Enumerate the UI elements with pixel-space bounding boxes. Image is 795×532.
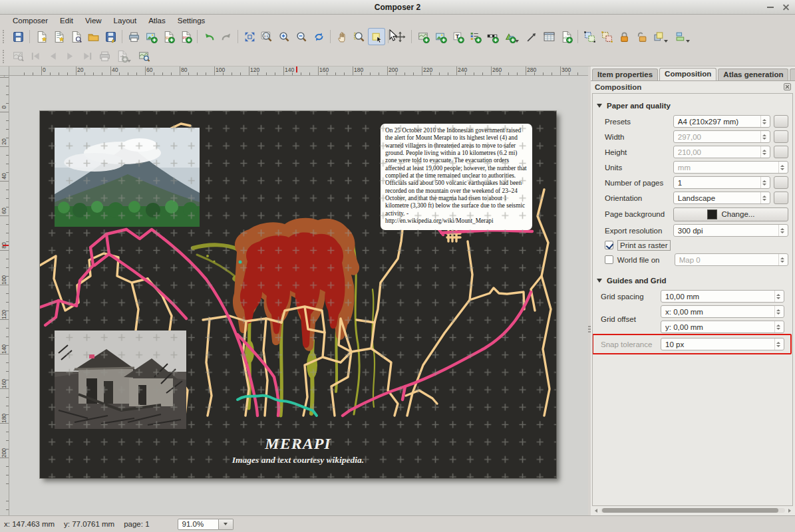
title-bar[interactable]: Composer 2	[0, 0, 795, 15]
data-defined-button[interactable]	[774, 146, 788, 158]
menu-layout[interactable]: Layout	[108, 16, 143, 25]
export-as-pdf-icon[interactable]: PDF	[177, 28, 194, 45]
align-selected-items-icon[interactable]	[672, 28, 689, 45]
save-project-icon[interactable]	[9, 28, 27, 45]
zoom-actual-size-icon[interactable]: 1:1	[258, 28, 275, 45]
print-as-raster-checkbox[interactable]	[605, 241, 613, 249]
tab-item-properties[interactable]: Item properties	[592, 68, 658, 80]
spinner-arrows[interactable]	[778, 254, 786, 265]
scroll-right-icon[interactable]	[786, 507, 792, 513]
section-paper-and-quality[interactable]: Paper and quality	[597, 98, 788, 114]
refresh-view-icon[interactable]	[310, 28, 327, 45]
zoom-full-icon[interactable]	[241, 28, 258, 45]
units-combo[interactable]: mm	[673, 161, 788, 174]
zoom-region-icon[interactable]	[351, 28, 368, 45]
add-basic-shape-icon[interactable]	[501, 28, 518, 45]
world-file-map-combo[interactable]: Map 0	[675, 253, 788, 266]
data-defined-button[interactable]	[774, 192, 788, 204]
dock-close-icon[interactable]	[784, 83, 791, 90]
menu-settings[interactable]: Settings	[172, 16, 212, 25]
close-icon[interactable]	[782, 3, 791, 12]
snap-tolerance-spinbox[interactable]: 10 px	[661, 338, 784, 350]
add-html-frame-icon[interactable]: </>	[557, 28, 575, 45]
add-new-label-icon[interactable]: T	[449, 28, 466, 45]
load-from-template-icon[interactable]	[84, 28, 102, 45]
menu-composer[interactable]: Composer	[7, 16, 54, 25]
export-resolution-spinbox[interactable]: 300 dpi	[673, 224, 788, 237]
data-defined-button[interactable]	[774, 115, 788, 128]
toolbar-handle[interactable]	[3, 30, 7, 43]
grid-offset-x-spinbox[interactable]: x: 0,00 mm	[661, 305, 784, 318]
composer-manager-icon[interactable]	[67, 28, 84, 45]
spinner-arrows[interactable]	[760, 116, 768, 127]
tab-items[interactable]: Items	[790, 68, 795, 80]
menu-atlas[interactable]: Atlas	[142, 16, 172, 25]
width-spinbox[interactable]: 297,00	[673, 130, 770, 143]
orientation-combo[interactable]: Landscape	[673, 192, 770, 204]
unlock-all-icon[interactable]	[633, 28, 650, 45]
zoom-dropdown-icon[interactable]	[219, 519, 234, 530]
zoom-combo[interactable]: 91.0%	[178, 519, 234, 530]
minimize-icon[interactable]	[766, 3, 775, 12]
add-new-scalebar-icon[interactable]	[484, 28, 501, 45]
data-defined-button[interactable]	[774, 130, 788, 143]
spinner-arrows[interactable]	[778, 162, 786, 173]
duplicate-composition-icon[interactable]	[50, 28, 67, 45]
data-defined-button[interactable]	[774, 176, 788, 189]
section-guides-and-grid[interactable]: Guides and Grid	[597, 273, 788, 289]
toolbar-handle[interactable]	[3, 50, 7, 63]
map-credit-label[interactable]: Images and text courtesy wikipedia.	[40, 455, 556, 466]
export-as-image-icon[interactable]	[142, 28, 160, 45]
zoom-out-icon[interactable]	[293, 28, 310, 45]
world-file-checkbox[interactable]	[605, 255, 613, 264]
select-move-item-icon[interactable]	[368, 28, 385, 45]
menu-edit[interactable]: Edit	[54, 16, 79, 25]
spinner-arrows[interactable]	[760, 146, 768, 158]
spinner-arrows[interactable]	[774, 321, 782, 332]
add-arrow-icon[interactable]	[523, 28, 540, 45]
lock-selected-items-icon[interactable]	[615, 28, 633, 45]
page-background-button[interactable]: Change...	[673, 207, 788, 221]
tab-composition[interactable]: Composition	[659, 68, 716, 80]
composition-page[interactable]: On 25 October 2010 the Indonesian govern…	[40, 111, 556, 478]
grid-offset-y-spinbox[interactable]: y: 0,00 mm	[661, 321, 784, 333]
spinner-arrows[interactable]	[778, 225, 786, 236]
add-attribute-table-icon[interactable]	[540, 28, 557, 45]
pages-spinbox[interactable]: 1	[673, 176, 770, 189]
ungroup-items-icon[interactable]	[598, 28, 615, 45]
move-item-content-icon[interactable]	[391, 28, 408, 45]
export-as-svg-icon[interactable]: SVG	[160, 28, 177, 45]
volcano-photo[interactable]	[55, 128, 200, 227]
map-title-label[interactable]: MERAPI	[40, 435, 556, 453]
group-items-icon[interactable]	[581, 28, 598, 45]
raise-selected-items-icon[interactable]	[650, 28, 667, 45]
spinner-arrows[interactable]	[774, 291, 782, 302]
print-icon[interactable]	[125, 28, 142, 45]
spinner-arrows[interactable]	[774, 306, 782, 317]
add-new-legend-icon[interactable]	[466, 28, 484, 45]
scrollbar-thumb[interactable]	[602, 508, 778, 513]
house-photo[interactable]	[55, 331, 186, 429]
panel-horizontal-scrollbar[interactable]	[593, 507, 792, 513]
atlas-settings-icon[interactable]	[135, 48, 152, 65]
height-spinbox[interactable]: 210,00	[673, 146, 770, 158]
spinner-arrows[interactable]	[774, 338, 782, 350]
spinner-arrows[interactable]	[760, 192, 768, 203]
tab-atlas-generation[interactable]: Atlas generation	[718, 68, 788, 80]
spinner-arrows[interactable]	[760, 177, 768, 188]
scroll-left-icon[interactable]	[593, 507, 599, 513]
undo-icon[interactable]	[200, 28, 218, 45]
new-composition-icon[interactable]	[33, 28, 50, 45]
spinner-arrows[interactable]	[760, 131, 768, 142]
article-text-item[interactable]: On 25 October 2010 the Indonesian govern…	[381, 124, 532, 230]
redo-icon[interactable]	[218, 28, 235, 45]
zoom-in-icon[interactable]	[275, 28, 293, 45]
grid-spacing-spinbox[interactable]: 10,00 mm	[661, 290, 784, 303]
composition-viewport[interactable]: On 25 October 2010 the Indonesian govern…	[9, 76, 588, 515]
add-new-map-icon[interactable]	[414, 28, 432, 45]
presets-combo[interactable]: A4 (210x297 mm)	[673, 115, 770, 128]
add-image-icon[interactable]	[432, 28, 449, 45]
pan-icon[interactable]	[333, 28, 351, 45]
menu-view[interactable]: View	[79, 16, 108, 25]
save-as-template-icon[interactable]	[102, 28, 119, 45]
